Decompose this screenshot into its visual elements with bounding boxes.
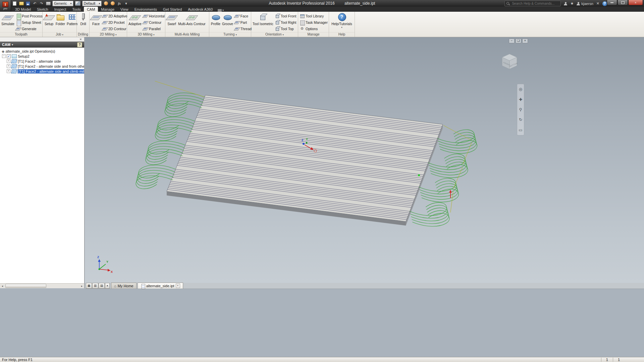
undo-icon[interactable]: ↶	[32, 1, 37, 6]
view-cube[interactable]: FRONT BOTTOM	[502, 54, 518, 69]
tool-right-button[interactable]: Tool Right	[274, 19, 298, 25]
tab-my-home[interactable]: ⌂ My Home	[111, 283, 137, 289]
autodesk-x-icon[interactable]: ✕	[596, 1, 599, 6]
help-tutorials-button[interactable]: Help/Tutorials ▾	[331, 12, 353, 29]
tab-cam[interactable]: CAM	[84, 7, 98, 12]
adjust-sphere-icon[interactable]	[110, 1, 115, 6]
tab-sketch[interactable]: Sketch	[34, 7, 51, 12]
2d-adaptive-button[interactable]: 2D Adaptive	[102, 13, 128, 19]
2d-pocket-button[interactable]: 2D Pocket	[102, 19, 128, 25]
tool-isometric-button[interactable]: Tool Isometric	[252, 12, 274, 26]
tab-alternate-side-ipt[interactable]: alternate_side.ipt ×	[138, 283, 183, 289]
pattern-button[interactable]: Pattern	[66, 12, 78, 26]
sign-in-icon[interactable]	[564, 2, 567, 5]
tab-close-icon[interactable]: ×	[176, 284, 180, 288]
tool-top-button[interactable]: Tool Top	[274, 25, 298, 32]
navigation-wheel-icon[interactable]: ◎	[519, 87, 522, 91]
arrange-windows-icon[interactable]: ▦	[86, 283, 92, 289]
stock-plate[interactable]	[167, 95, 443, 226]
zoom-icon[interactable]: ⚲	[519, 108, 522, 112]
scrollbar-thumb[interactable]	[5, 284, 46, 288]
setup2-checkbox[interactable]: ✓	[7, 54, 11, 58]
tree-node-setup2[interactable]: − ✓ Setup2	[0, 54, 84, 59]
open-icon[interactable]	[19, 1, 24, 6]
doc-close-button[interactable]: ×	[522, 39, 528, 43]
browser-close-icon[interactable]: ×	[78, 37, 83, 41]
swarf-button[interactable]: Swarf	[166, 12, 177, 26]
graphics-viewport[interactable]: Z Y Z Y X	[85, 37, 644, 283]
expand-icon[interactable]: +	[7, 64, 10, 68]
tool-library-button[interactable]: Tool Library	[299, 13, 329, 19]
parallel-button[interactable]: Parallel	[142, 25, 166, 32]
doc-minimize-button[interactable]: −	[509, 39, 515, 43]
material-sphere-icon[interactable]	[103, 1, 108, 6]
maximize-button[interactable]	[618, 0, 628, 5]
orbit-icon[interactable]: ↻	[519, 118, 522, 122]
tab-3d-model[interactable]: 3D Model	[12, 7, 34, 12]
turning-part-button[interactable]: Part	[234, 19, 253, 25]
tree-node-op1[interactable]: + [T1] Face2 - alternate side	[0, 59, 84, 64]
folder-button[interactable]: Folder	[55, 12, 66, 26]
tree-root-node[interactable]: ◈ alternate_side.ipt Operation(s)	[0, 49, 84, 54]
tab-view[interactable]: View	[117, 7, 131, 12]
doc-restore-button[interactable]: ❏	[516, 39, 521, 43]
face-button[interactable]: Face	[90, 12, 102, 26]
tile-horizontal-icon[interactable]: ▥	[92, 283, 98, 289]
favorites-icon[interactable]: ★	[570, 1, 574, 6]
turning-thread-button[interactable]: Thread	[234, 25, 253, 32]
collapse-icon[interactable]: −	[2, 54, 6, 58]
parameters-fx-icon[interactable]: fx	[117, 1, 122, 6]
scroll-right-icon[interactable]: ▸	[79, 285, 84, 288]
appearance-swatch-icon[interactable]	[75, 1, 80, 6]
expand-tab-bar-icon[interactable]: ▴	[105, 283, 110, 289]
tree-node-op2[interactable]: + [T1] Face2 - alternate side and from o…	[0, 64, 84, 69]
browser-header[interactable]: CAM ▾ ?	[0, 42, 84, 48]
search-input[interactable]	[511, 1, 556, 6]
print-icon[interactable]	[46, 1, 51, 6]
multi-axis-contour-button[interactable]: Multi-Axis Contour	[177, 12, 206, 26]
simulate-button[interactable]: Simulate	[1, 12, 15, 26]
inventor-logo[interactable]: I pro	[0, 0, 11, 12]
pan-icon[interactable]: ✚	[519, 98, 522, 102]
tab-manage[interactable]: Manage	[98, 7, 117, 12]
drill-button[interactable]: Drill	[77, 12, 89, 26]
material-combo[interactable]: Generic ▾	[52, 1, 73, 6]
help-search-box[interactable]	[504, 1, 561, 6]
new-file-icon[interactable]	[12, 1, 17, 6]
2d-contour-button[interactable]: 2D Contour	[102, 25, 128, 32]
tab-inspect[interactable]: Inspect	[51, 7, 69, 12]
options-button[interactable]: ⚙ Options	[299, 25, 329, 32]
horizontal-button[interactable]: Horizontal	[142, 13, 166, 19]
tile-vertical-icon[interactable]: ▤	[99, 283, 105, 289]
expand-icon[interactable]: +	[7, 69, 10, 73]
turning-face-button[interactable]: Face	[234, 13, 253, 19]
tree-node-op3-selected[interactable]: + [T1] Face2 - alternate side and climb …	[0, 69, 84, 74]
tool-front-button[interactable]: Tool Front	[274, 13, 298, 19]
groove-button[interactable]: Groove	[221, 12, 234, 26]
redo-icon[interactable]: ↷	[39, 1, 44, 6]
measure-icon[interactable]: ▾	[123, 1, 128, 6]
adaptive-button[interactable]: Adaptive	[128, 12, 142, 26]
appearance-combo[interactable]: Default ▾	[82, 1, 102, 6]
minimize-button[interactable]	[607, 0, 617, 5]
post-process-button[interactable]: Post Process	[15, 13, 44, 19]
generate-button[interactable]: Generate	[15, 25, 44, 32]
save-icon[interactable]	[25, 1, 31, 6]
look-at-icon[interactable]: ▭	[519, 128, 522, 132]
close-button[interactable]: ×	[628, 0, 643, 5]
task-manager-button[interactable]: Task Manager	[299, 19, 329, 25]
scroll-left-icon[interactable]: ◂	[0, 285, 5, 288]
browser-h-scrollbar[interactable]: ◂ ▸	[0, 283, 84, 288]
profile-button[interactable]: Profile	[210, 12, 221, 26]
tab-autodesk-a360[interactable]: Autodesk A360	[185, 7, 216, 12]
browser-help-icon[interactable]: ?	[77, 42, 82, 47]
setup-sheet-button[interactable]: Setup Sheet	[15, 19, 44, 25]
ribbon-options-button[interactable]: ▾	[216, 9, 226, 12]
tab-tools[interactable]: Tools	[69, 7, 84, 12]
tab-get-started[interactable]: Get Started	[160, 7, 185, 12]
expand-icon[interactable]: +	[7, 59, 10, 63]
user-account-button[interactable]: kjaersn	[577, 2, 593, 6]
setup-button[interactable]: Setup	[43, 12, 55, 26]
contour-button[interactable]: Contour	[142, 19, 166, 25]
tab-environments[interactable]: Environments	[131, 7, 160, 12]
